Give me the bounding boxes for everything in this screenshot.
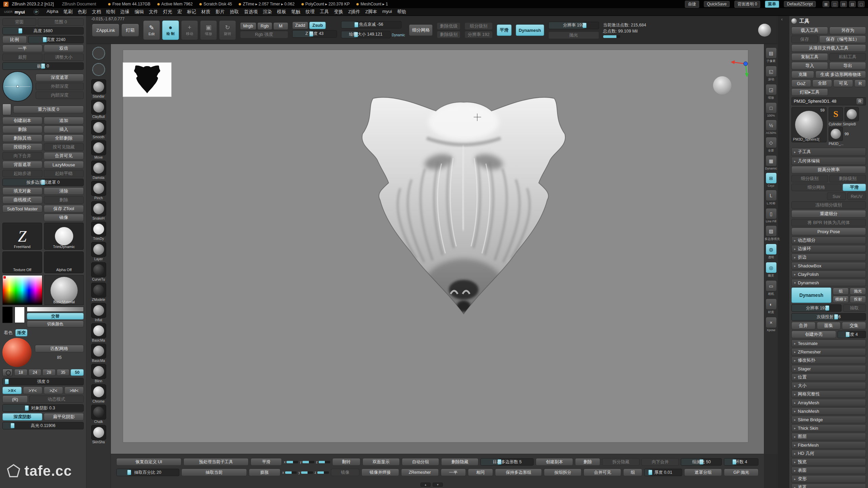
panel-slider[interactable]: 抽取百分比 20: [116, 469, 179, 476]
section-header[interactable]: ▸Tessimate: [791, 340, 866, 347]
zadd-button[interactable]: Zadd: [292, 22, 309, 29]
panel-button[interactable]: 起始平稳: [44, 170, 84, 177]
panel-button[interactable]: 起始步进: [2, 170, 42, 177]
m-button[interactable]: M: [273, 22, 288, 30]
panel-button[interactable]: (R): [2, 395, 28, 403]
menu-item[interactable]: 拾取: [230, 9, 239, 15]
restore-button[interactable]: R: [856, 98, 864, 105]
titlebar-icon[interactable]: ◫: [831, 1, 838, 7]
section-header[interactable]: ▸ClayPolish: [791, 270, 866, 278]
panel-button[interactable]: ReUV: [847, 192, 866, 200]
panel-button[interactable]: 删除: [2, 126, 42, 133]
menu-item[interactable]: 影片: [215, 9, 224, 15]
panel-button[interactable]: 删除级别: [829, 175, 866, 182]
titlebar-icon[interactable]: ▢: [858, 1, 865, 7]
panel-slider[interactable]: 厚度 0.01: [644, 469, 682, 476]
viewport-tool-button[interactable]: ◍ 透明: [765, 244, 777, 260]
stroke-spray-icon[interactable]: [92, 63, 105, 76]
panel-button[interactable]: 背面: [2, 18, 36, 26]
titlebar-icon[interactable]: ▤: [840, 1, 847, 7]
menu-item[interactable]: 帮助: [397, 9, 406, 15]
axis-gizmo[interactable]: [728, 58, 752, 79]
scale-mode-button[interactable]: ▣缩放: [200, 20, 217, 40]
brush-item[interactable]: BasicMa: [88, 344, 109, 363]
brush-item[interactable]: SnakeH: [88, 201, 109, 220]
polish-toggle[interactable]: 抛光: [850, 288, 866, 295]
panel-button[interactable]: 恢复自定义 UI: [116, 458, 181, 466]
panel-button[interactable]: 深度阴影: [2, 413, 42, 421]
titlebar-button[interactable]: DefaultZScript: [784, 1, 816, 7]
brush-item[interactable]: Blinn: [88, 364, 109, 383]
viewport-tool-button[interactable]: × Xpose: [765, 317, 777, 332]
panel-button[interactable]: 镜像: [331, 469, 359, 476]
brush-item[interactable]: Chalk: [88, 405, 109, 424]
matcap-sphere[interactable]: [2, 338, 32, 367]
draw-mode-button[interactable]: ●绘 制: [162, 20, 179, 40]
panel-button[interactable]: 从项目文件载入工具: [791, 44, 866, 52]
panel-button[interactable]: 载入工具: [791, 27, 828, 34]
focal-length-button[interactable]: 24: [28, 369, 42, 376]
tray-collapse-up-handle[interactable]: ▲: [420, 483, 431, 487]
menu-item[interactable]: 笔刷: [63, 9, 73, 15]
panel-button[interactable]: LazyMouse: [44, 161, 84, 168]
mini-slider-z[interactable]: z: [316, 460, 330, 464]
menu-item[interactable]: 灯光: [163, 9, 172, 15]
menu-item[interactable]: 绘制: [106, 9, 115, 15]
zapplink-button[interactable]: ZAppLink: [92, 24, 119, 37]
section-header[interactable]: ▸折边: [791, 253, 866, 261]
lightbox-button[interactable]: 灯箱: [121, 24, 139, 37]
menu-item[interactable]: 编辑: [135, 9, 144, 15]
brush-item[interactable]: SkinSha: [88, 425, 109, 444]
menu-item[interactable]: 笔触: [291, 9, 300, 15]
panel-button[interactable]: 克隆: [791, 71, 814, 78]
section-header[interactable]: ▸变形: [791, 475, 866, 483]
polish-button[interactable]: 抛光: [548, 32, 599, 39]
simplebrush-thumbnail[interactable]: S: [829, 107, 843, 121]
brush-item[interactable]: Chrome: [88, 384, 109, 403]
panel-slider[interactable]: 宽度 2240: [28, 36, 84, 43]
focal-length-button[interactable]: 50: [71, 369, 84, 376]
panel-button[interactable]: 保存: [791, 36, 818, 43]
zsub-button[interactable]: Zsub: [309, 22, 326, 29]
gravity-strength-button[interactable]: 重力强度 0: [13, 106, 84, 113]
menu-item[interactable]: Z插件: [348, 9, 360, 15]
brush-item[interactable]: ClayBuil: [88, 100, 109, 119]
panel-button[interactable]: 保存 ZTool: [44, 205, 84, 212]
panel-button[interactable]: 另存为: [829, 27, 866, 34]
brush-item[interactable]: Smooth: [88, 120, 109, 139]
panel-button[interactable]: 合并: [791, 322, 815, 329]
panel-button[interactable]: 裁剪: [2, 54, 42, 61]
curve-handle[interactable]: [16, 85, 19, 88]
brush-item[interactable]: BasicMa: [88, 323, 109, 342]
divide-button[interactable]: 细分网格: [409, 24, 433, 36]
panel-button[interactable]: 范围 0: [38, 18, 84, 26]
panel-button[interactable]: 扁平化阴影: [44, 413, 84, 421]
project-toggle[interactable]: 投射: [850, 296, 866, 303]
viewport-tool-button[interactable]: ◇ 全景: [765, 137, 777, 153]
switch-color-button[interactable]: 交替: [27, 313, 84, 320]
panel-button[interactable]: 插入: [44, 126, 84, 133]
brush-item[interactable]: Standar: [88, 79, 109, 98]
panel-slider[interactable]: 绘制大小 149.121: [341, 31, 391, 38]
geometry-section-header[interactable]: ▸ 几何体编辑: [791, 157, 866, 165]
viewport-tool-button[interactable]: ▦ Dynamic: [765, 155, 777, 170]
section-header[interactable]: ▸Thick Skin: [791, 424, 866, 432]
panel-button[interactable]: 动态模式: [29, 395, 84, 403]
menu-item[interactable]: 模板: [277, 9, 286, 15]
panel-divider[interactable]: ‹: [778, 8, 789, 488]
blur-slider[interactable]: 模糊 2: [833, 296, 849, 303]
panel-button[interactable]: 调整大小: [44, 54, 84, 61]
dynamesh-shelf-button[interactable]: Dynamesh: [516, 24, 544, 36]
section-header[interactable]: ▸NanoMesh: [791, 407, 866, 415]
titlebar-button[interactable]: QuickSave: [704, 1, 730, 7]
panel-button[interactable]: Suv: [827, 192, 846, 200]
viewport-tool-button[interactable]: ▭ 相机: [765, 280, 777, 296]
brush-item[interactable]: Move: [88, 140, 109, 159]
panel-button[interactable]: R: [854, 80, 866, 87]
dynamesh-button[interactable]: Dynamesh: [791, 287, 831, 303]
panel-button[interactable]: 拆分隐藏: [602, 458, 639, 466]
section-header[interactable]: ▸位置: [791, 373, 866, 381]
panel-button[interactable]: 保存（编号加1）: [819, 36, 866, 43]
dynamesh-section-header[interactable]: ▾ Dynamesh: [791, 279, 866, 286]
viewport-tool-button[interactable]: ◎ 幽灵: [765, 262, 777, 278]
